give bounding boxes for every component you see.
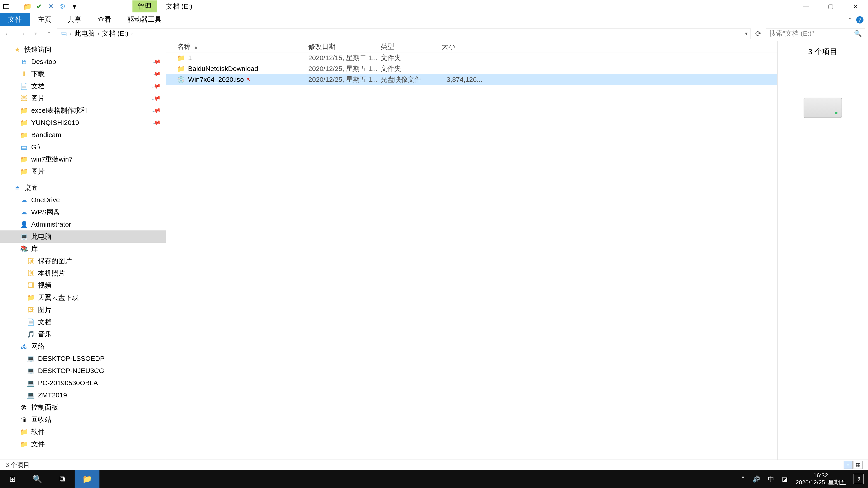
chevron-right-icon[interactable]: › xyxy=(70,31,72,37)
search-icon[interactable]: 🔍 xyxy=(854,30,862,37)
nav-net-d1[interactable]: 💻DESKTOP-LSSOEDP xyxy=(0,352,166,365)
folder-icon: 📁 xyxy=(177,54,184,61)
file-row[interactable]: 📁12020/12/15, 星期二 1...文件夹 xyxy=(166,53,777,63)
pc-icon: 💻 xyxy=(27,355,34,362)
nav-wps[interactable]: ☁WPS网盘 xyxy=(0,206,166,218)
nav-videos[interactable]: 🎞视频 xyxy=(0,279,166,291)
drive-graphic-icon xyxy=(804,98,842,118)
nav-savedpics[interactable]: 🖼保存的图片 xyxy=(0,255,166,267)
system-tray: ˄ 🔊 中 ◪ 16:32 2020/12/25, 星期五 3 xyxy=(741,472,868,486)
close-button[interactable]: ✕ xyxy=(843,0,868,13)
nav-net-d3[interactable]: 💻PC-20190530OBLA xyxy=(0,377,166,389)
pin-icon: 📌 xyxy=(152,106,161,116)
nav-desktop[interactable]: 🖥Desktop📌 xyxy=(0,56,166,68)
nav-excel[interactable]: 📁excel表格制作求和📌 xyxy=(0,104,166,117)
column-headers: 名称▲ 修改日期 类型 大小 xyxy=(166,41,777,53)
nav-downloads[interactable]: ⬇下载📌 xyxy=(0,68,166,80)
app-icon: 🗔 xyxy=(3,3,10,10)
start-button[interactable]: ⊞ xyxy=(0,470,25,488)
tab-file[interactable]: 文件 xyxy=(0,13,30,26)
gear-icon[interactable]: ⚙ xyxy=(59,3,66,10)
navigation-pane[interactable]: ★快速访问 🖥Desktop📌 ⬇下载📌 📄文档📌 🖼图片📌 📁excel表格制… xyxy=(0,41,166,459)
taskview-button[interactable]: ⧉ xyxy=(50,470,74,488)
tab-home[interactable]: 主页 xyxy=(30,13,60,26)
nav-tianyi[interactable]: 📁天翼云盘下载 xyxy=(0,291,166,304)
view-thumbnails-button[interactable]: ▦ xyxy=(854,461,863,469)
user-icon: 👤 xyxy=(20,221,28,228)
tab-drive-tools[interactable]: 驱动器工具 xyxy=(119,13,169,26)
close-blue-icon[interactable]: ✕ xyxy=(47,3,55,10)
nav-bandicam[interactable]: 📁Bandicam xyxy=(0,129,166,141)
contextual-tab-label[interactable]: 管理 xyxy=(132,0,157,12)
explorer-taskbar-button[interactable]: 📁 xyxy=(74,470,99,488)
nav-quick-access[interactable]: ★快速访问 xyxy=(0,43,166,56)
nav-yunqishi[interactable]: 📁YUNQISHI2019📌 xyxy=(0,117,166,129)
back-button[interactable]: ← xyxy=(3,28,14,39)
nav-pics3[interactable]: 🖼图片 xyxy=(0,304,166,316)
folder-icon: 🖼 xyxy=(27,269,34,277)
nav-music[interactable]: 🎵音乐 xyxy=(0,328,166,340)
folder-icon: 📁 xyxy=(20,156,28,163)
nav-documents[interactable]: 📄文档📌 xyxy=(0,80,166,92)
nav-docs2[interactable]: 📄文档 xyxy=(0,316,166,328)
clock[interactable]: 16:32 2020/12/25, 星期五 xyxy=(796,472,846,486)
nav-files[interactable]: 📁文件 xyxy=(0,438,166,450)
search-button[interactable]: 🔍 xyxy=(25,470,50,488)
col-date[interactable]: 修改日期 xyxy=(308,42,381,51)
qat-dropdown-icon[interactable]: ▾ xyxy=(71,3,78,10)
chevron-right-icon[interactable]: › xyxy=(131,31,133,37)
library-icon: 📚 xyxy=(20,245,28,252)
search-input[interactable]: 搜索"文档 (E:)" 🔍 xyxy=(766,28,865,39)
nav-admin[interactable]: 👤Administrator xyxy=(0,218,166,230)
view-details-button[interactable]: ≡ xyxy=(844,461,852,469)
breadcrumb-thispc[interactable]: 此电脑 xyxy=(74,29,95,38)
chevron-right-icon[interactable]: › xyxy=(97,31,99,37)
ime-indicator[interactable]: 中 xyxy=(768,475,774,483)
breadcrumb-drive[interactable]: 文档 (E:) xyxy=(102,29,128,38)
file-row[interactable]: 💿Win7x64_2020.iso↖2020/12/25, 星期五 1...光盘… xyxy=(166,74,777,85)
help-icon[interactable]: ? xyxy=(856,16,864,24)
video-icon: 🎞 xyxy=(27,282,34,289)
title-bar: 🗔 📁 ✔ ✕ ⚙ ▾ 管理 文档 (E:) — ▢ ✕ xyxy=(0,0,868,13)
nav-win7[interactable]: 📁win7重装win7 xyxy=(0,153,166,165)
nav-software[interactable]: 📁软件 xyxy=(0,426,166,438)
refresh-button[interactable]: ⟳ xyxy=(753,28,764,39)
nav-onedrive[interactable]: ☁OneDrive xyxy=(0,194,166,206)
chevron-up-icon[interactable]: ⌃ xyxy=(847,16,852,24)
nav-desktop-root[interactable]: 🖥桌面 xyxy=(0,182,166,194)
file-row[interactable]: 📁BaiduNetdiskDownload2020/12/25, 星期五 1..… xyxy=(166,63,777,74)
recent-dropdown-icon[interactable]: ▾ xyxy=(30,28,41,39)
nav-thispc[interactable]: 💻此电脑 xyxy=(0,230,166,242)
address-bar[interactable]: 🖴 › 此电脑 › 文档 (E:) › ▾ xyxy=(57,28,750,39)
nav-recycle[interactable]: 🗑回收站 xyxy=(0,414,166,426)
maximize-button[interactable]: ▢ xyxy=(818,0,843,13)
network-icon[interactable]: ◪ xyxy=(782,475,788,483)
up-button[interactable]: ↑ xyxy=(43,28,55,39)
col-size[interactable]: 大小 xyxy=(442,42,483,51)
nav-localpics[interactable]: 🖼本机照片 xyxy=(0,267,166,279)
nav-pictures2[interactable]: 📁图片 xyxy=(0,165,166,177)
nav-gdrive[interactable]: 🖴G:\ xyxy=(0,141,166,153)
address-dropdown-icon[interactable]: ▾ xyxy=(745,31,747,37)
action-center-button[interactable]: 3 xyxy=(854,474,864,484)
nav-pictures[interactable]: 🖼图片📌 xyxy=(0,92,166,104)
folder-icon[interactable]: 📁 xyxy=(24,3,31,10)
music-icon: 🎵 xyxy=(27,330,34,338)
minimize-button[interactable]: — xyxy=(794,0,818,13)
file-name: Win7x64_2020.iso xyxy=(188,76,244,84)
nav-net-d2[interactable]: 💻DESKTOP-NJEU3CG xyxy=(0,365,166,377)
folder-icon: 📁 xyxy=(20,131,28,138)
volume-icon[interactable]: 🔊 xyxy=(752,475,760,483)
tab-share[interactable]: 共享 xyxy=(60,13,90,26)
nav-net-d4[interactable]: 💻ZMT2019 xyxy=(0,389,166,401)
nav-libraries[interactable]: 📚库 xyxy=(0,242,166,255)
tab-view[interactable]: 查看 xyxy=(90,13,119,26)
forward-button[interactable]: → xyxy=(16,28,28,39)
check-icon[interactable]: ✔ xyxy=(35,3,43,10)
tray-overflow-icon[interactable]: ˄ xyxy=(741,475,745,483)
ribbon-tabs: 文件 主页 共享 查看 驱动器工具 ⌃ ? xyxy=(0,13,868,26)
nav-network[interactable]: 🖧网络 xyxy=(0,340,166,352)
col-name[interactable]: 名称▲ xyxy=(177,42,308,51)
nav-controlpanel[interactable]: 🛠控制面板 xyxy=(0,401,166,414)
col-type[interactable]: 类型 xyxy=(381,42,442,51)
